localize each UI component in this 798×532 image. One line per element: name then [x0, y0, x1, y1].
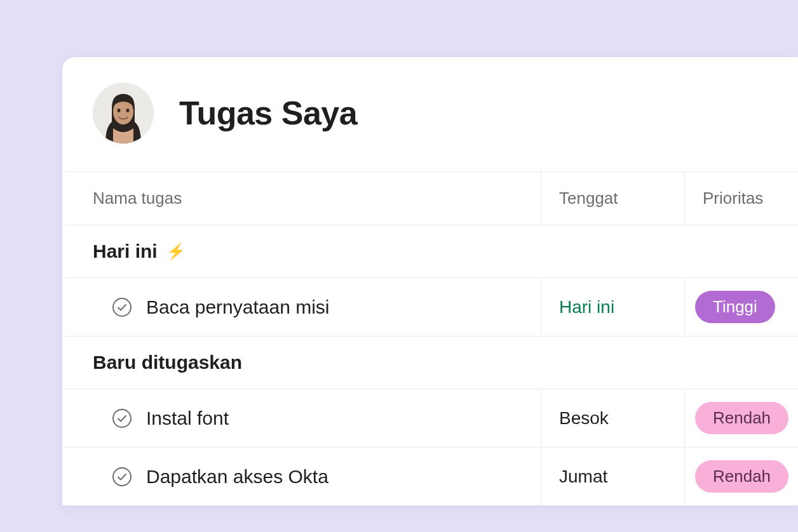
task-name: Instal font — [146, 408, 229, 429]
check-circle-icon[interactable] — [112, 467, 132, 487]
task-deadline-cell: Jumat — [541, 448, 685, 505]
task-name-cell: Dapatkan akses Okta — [62, 448, 541, 505]
task-name-cell: Baca pernyataan misi — [62, 278, 541, 336]
task-name-cell: Instal font — [62, 389, 541, 447]
task-deadline-cell: Hari ini — [541, 278, 685, 336]
task-card: Tugas Saya Nama tugas Tenggat Prioritas … — [62, 57, 798, 505]
task-priority-cell: Rendah — [685, 448, 798, 505]
table-header-row: Nama tugas Tenggat Prioritas — [62, 171, 798, 225]
task-deadline-cell: Besok — [541, 389, 685, 447]
section-label: Baru ditugaskan — [93, 352, 242, 373]
svg-point-7 — [113, 468, 131, 486]
task-name: Baca pernyataan misi — [146, 296, 330, 318]
section-label: Hari ini — [93, 241, 158, 262]
avatar[interactable] — [93, 83, 154, 143]
svg-point-4 — [126, 109, 130, 112]
task-priority-cell: Rendah — [685, 389, 798, 447]
task-name: Dapatkan akses Okta — [146, 466, 328, 488]
bolt-icon: ⚡ — [166, 243, 186, 260]
section-header[interactable]: Baru ditugaskan — [62, 336, 798, 389]
card-header: Tugas Saya — [62, 57, 798, 171]
svg-point-5 — [113, 298, 131, 316]
task-sections: Hari ini⚡ Baca pernyataan misiHari iniTi… — [62, 225, 798, 505]
column-header-deadline[interactable]: Tenggat — [541, 172, 685, 225]
svg-point-6 — [113, 409, 131, 427]
column-header-priority[interactable]: Prioritas — [685, 172, 798, 225]
task-deadline: Jumat — [559, 467, 607, 487]
priority-badge[interactable]: Tinggi — [695, 291, 775, 323]
task-deadline: Besok — [559, 408, 609, 429]
column-header-name[interactable]: Nama tugas — [62, 172, 541, 225]
page-title: Tugas Saya — [179, 94, 357, 132]
priority-badge[interactable]: Rendah — [695, 402, 788, 434]
section-header[interactable]: Hari ini⚡ — [62, 225, 798, 278]
task-row[interactable]: Dapatkan akses OktaJumatRendah — [62, 448, 798, 505]
task-row[interactable]: Baca pernyataan misiHari iniTinggi — [62, 278, 798, 336]
priority-badge[interactable]: Rendah — [695, 460, 788, 493]
task-priority-cell: Tinggi — [685, 278, 798, 336]
task-deadline: Hari ini — [559, 297, 614, 317]
check-circle-icon[interactable] — [112, 408, 132, 429]
avatar-image-icon — [93, 83, 154, 143]
svg-point-3 — [118, 109, 121, 112]
task-row[interactable]: Instal fontBesokRendah — [62, 389, 798, 448]
check-circle-icon[interactable] — [112, 297, 132, 317]
